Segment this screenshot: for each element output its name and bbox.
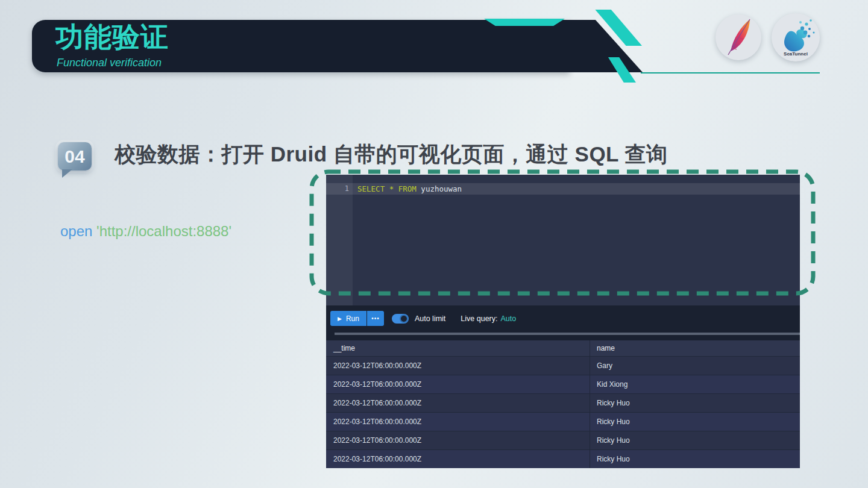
toggle-knob xyxy=(400,314,408,323)
line-number: 1 xyxy=(326,183,349,195)
table-row[interactable]: 2022-03-12T06:00:00.000Z Ricky Huo xyxy=(326,431,800,449)
sql-query-text[interactable]: SELECT * FROM yuzhouwan xyxy=(357,183,462,195)
sql-editor[interactable]: 1 SELECT * FROM yuzhouwan xyxy=(326,175,800,305)
cell-time: 2022-03-12T06:00:00.000Z xyxy=(326,413,590,431)
sql-star: * xyxy=(385,184,398,193)
cell-name: Ricky Huo xyxy=(590,394,800,412)
column-header-name[interactable]: name xyxy=(590,340,800,356)
table-row[interactable]: 2022-03-12T06:00:00.000Z Kid Xiong xyxy=(326,375,800,393)
results-table-header: __time name xyxy=(326,340,800,356)
seatunnel-logo: SeaTunnel xyxy=(772,13,820,61)
druid-console-screenshot: 1 SELECT * FROM yuzhouwan ▶ Run ••• Auto… xyxy=(326,175,800,468)
apache-feather-icon xyxy=(716,15,761,60)
seatunnel-splash-icon: SeaTunnel xyxy=(772,14,819,61)
column-header-time[interactable]: __time xyxy=(326,340,590,356)
auto-limit-label[interactable]: Auto limit xyxy=(415,314,445,323)
table-row[interactable]: 2022-03-12T06:00:00.000Z Ricky Huo xyxy=(326,449,800,468)
header-accent-strip xyxy=(484,19,565,26)
command-line: open 'http://localhost:8888' xyxy=(60,223,231,240)
sql-from-keyword: FROM xyxy=(398,184,417,193)
cell-name: Ricky Huo xyxy=(590,450,800,468)
play-icon: ▶ xyxy=(338,316,342,322)
run-button[interactable]: ▶ Run xyxy=(330,311,366,326)
step-number: 04 xyxy=(64,146,84,167)
live-query-label: Live query: xyxy=(461,314,497,323)
cell-time: 2022-03-12T06:00:00.000Z xyxy=(326,450,590,468)
cell-name: Ricky Huo xyxy=(590,413,800,431)
live-query-value[interactable]: Auto xyxy=(501,314,517,323)
table-row[interactable]: 2022-03-12T06:00:00.000Z Ricky Huo xyxy=(326,412,800,431)
column-divider-line xyxy=(590,340,590,468)
cell-time: 2022-03-12T06:00:00.000Z xyxy=(326,431,590,449)
step-number-badge: 04 xyxy=(58,142,92,170)
ellipsis-icon: ••• xyxy=(371,315,380,322)
header-underline xyxy=(641,72,820,74)
cell-name: Gary xyxy=(590,357,800,375)
header-bar-slant xyxy=(567,20,643,72)
page-subtitle: Functional verification xyxy=(57,57,162,69)
cell-name: Kid Xiong xyxy=(590,375,800,393)
cell-time: 2022-03-12T06:00:00.000Z xyxy=(326,357,590,375)
apache-logo xyxy=(715,14,761,60)
run-button-label: Run xyxy=(346,314,359,323)
more-options-button[interactable]: ••• xyxy=(367,311,384,326)
sql-select-keyword: SELECT xyxy=(357,184,385,193)
cell-time: 2022-03-12T06:00:00.000Z xyxy=(326,394,590,412)
table-row[interactable]: 2022-03-12T06:00:00.000Z Ricky Huo xyxy=(326,393,800,412)
auto-limit-toggle[interactable] xyxy=(392,314,409,324)
command-word: open xyxy=(60,223,92,239)
command-argument: 'http://localhost:8888' xyxy=(92,223,231,239)
seatunnel-logo-text: SeaTunnel xyxy=(784,51,808,57)
cell-time: 2022-03-12T06:00:00.000Z xyxy=(326,375,590,393)
table-row[interactable]: 2022-03-12T06:00:00.000Z Gary xyxy=(326,356,800,375)
page-title: 功能验证 xyxy=(55,22,169,52)
sql-table-name: yuzhouwan xyxy=(417,184,462,193)
step-title: 校验数据：打开 Druid 自带的可视化页面，通过 SQL 查询 xyxy=(115,140,668,169)
panel-resize-divider[interactable] xyxy=(335,333,800,335)
cell-name: Ricky Huo xyxy=(590,431,800,449)
query-toolbar: ▶ Run ••• Auto limit Live query: Auto xyxy=(326,305,800,331)
